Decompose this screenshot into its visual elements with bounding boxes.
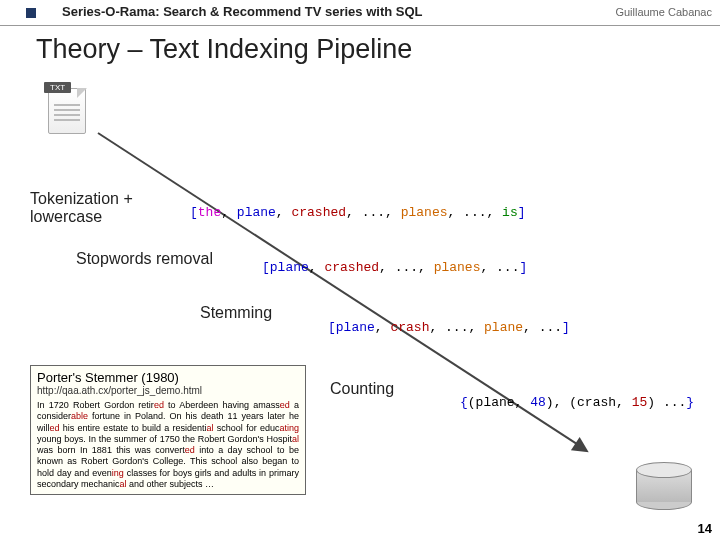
database-icon [636,462,692,510]
tokens-line-3: [plane, crash, ..., plane, ...] [328,320,570,335]
tokens-line-4: {(plane, 48), (crash, 15) ...} [460,395,694,410]
porter-link: http://qaa.ath.cx/porter_js_demo.html [37,385,299,396]
porter-body: In 1720 Robert Gordon retired to Aberdee… [37,400,299,490]
txt-file-icon: TXT [44,82,90,138]
header-author: Guillaume Cabanac [615,6,712,18]
porter-stemmer-box: Porter's Stemmer (1980) http://qaa.ath.c… [30,365,306,495]
tokens-line-1: [the, plane, crashed, ..., planes, ..., … [190,205,526,220]
stage-stopwords: Stopwords removal [76,250,213,268]
page-title: Theory – Text Indexing Pipeline [36,34,412,65]
page-number: 14 [698,521,712,536]
tokens-line-2: [plane, crashed, ..., planes, ...] [262,260,527,275]
header-title: Series-O-Rama: Search & Recommend TV ser… [62,4,423,19]
porter-title: Porter's Stemmer (1980) [37,370,299,385]
stage-tokenization: Tokenization + lowercase [30,190,150,226]
header-bullet-icon [26,8,36,18]
stage-counting: Counting [330,380,394,398]
stage-stemming: Stemming [200,304,272,322]
slide-header: Series-O-Rama: Search & Recommend TV ser… [0,0,720,26]
file-label: TXT [44,82,71,93]
